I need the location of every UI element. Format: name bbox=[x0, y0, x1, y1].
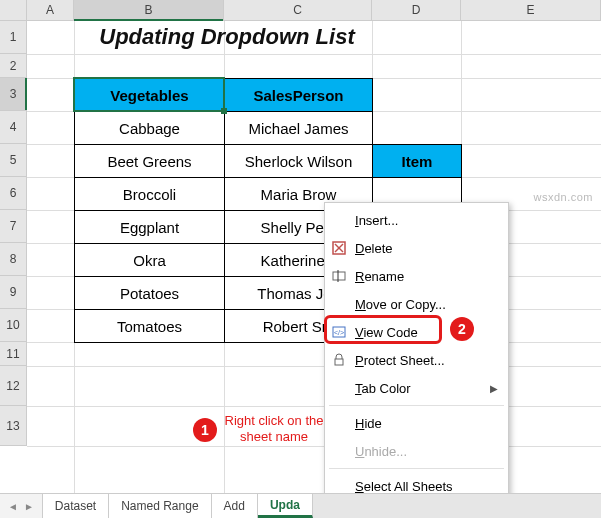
sheet-tab-add[interactable]: Add bbox=[212, 494, 258, 518]
veg-cell[interactable]: Tomatoes bbox=[75, 310, 225, 343]
step-1-text: Right click on the sheet name bbox=[219, 413, 329, 446]
view-code-icon: </> bbox=[331, 324, 347, 340]
menu-insert[interactable]: Insert... bbox=[325, 206, 508, 234]
nav-next-icon[interactable]: ► bbox=[22, 501, 36, 512]
page-title: Updating Dropdown List bbox=[82, 24, 372, 50]
svg-text:</>: </> bbox=[334, 329, 344, 336]
menu-rename[interactable]: Rename bbox=[325, 262, 508, 290]
row-header-2[interactable]: 2 bbox=[0, 54, 27, 78]
menu-delete[interactable]: Delete bbox=[325, 234, 508, 262]
step-1-badge: 1 bbox=[193, 418, 217, 442]
row-header-3[interactable]: 3 bbox=[0, 78, 27, 111]
select-all-corner[interactable] bbox=[0, 0, 27, 20]
worksheet-grid[interactable]: Updating Dropdown List Vegetables SalesP… bbox=[27, 21, 601, 493]
menu-move-copy[interactable]: Move or Copy... bbox=[325, 290, 508, 318]
menu-tab-color[interactable]: Tab Color▶ bbox=[325, 374, 508, 402]
sheet-context-menu: Insert... Delete Rename Move or Copy... … bbox=[324, 202, 509, 504]
row-header-9[interactable]: 9 bbox=[0, 276, 27, 309]
veg-cell[interactable]: Potatoes bbox=[75, 277, 225, 310]
col-header-D[interactable]: D bbox=[372, 0, 461, 20]
menu-view-code[interactable]: </> View Code bbox=[325, 318, 508, 346]
sales-cell[interactable]: Michael James bbox=[225, 112, 373, 145]
row-header-13[interactable]: 13 bbox=[0, 406, 27, 446]
menu-protect-sheet[interactable]: Protect Sheet... bbox=[325, 346, 508, 374]
sheet-tab-update[interactable]: Upda bbox=[258, 494, 313, 518]
col-header-E[interactable]: E bbox=[461, 0, 601, 20]
col-header-A[interactable]: A bbox=[27, 0, 74, 20]
rename-icon bbox=[331, 268, 347, 284]
veg-cell[interactable]: Cabbage bbox=[75, 112, 225, 145]
tab-empty-area bbox=[313, 494, 601, 518]
watermark: wsxdn.com bbox=[533, 191, 593, 203]
veg-header: Vegetables bbox=[75, 79, 225, 112]
menu-unhide: Unhide... bbox=[325, 437, 508, 465]
row-header-11[interactable]: 11 bbox=[0, 342, 27, 366]
sheet-tab-bar: ◄ ► Dataset Named Range Add Upda bbox=[0, 493, 601, 518]
row-header-6[interactable]: 6 bbox=[0, 177, 27, 210]
step-2-badge: 2 bbox=[450, 317, 474, 341]
sheet-tab-named-range[interactable]: Named Range bbox=[109, 494, 211, 518]
sales-header: SalesPerson bbox=[225, 79, 373, 112]
svg-rect-7 bbox=[335, 359, 343, 365]
svg-rect-3 bbox=[333, 272, 345, 280]
veg-cell[interactable]: Okra bbox=[75, 244, 225, 277]
delete-icon bbox=[331, 240, 347, 256]
column-header-row: A B C D E bbox=[0, 0, 601, 21]
row-header-12[interactable]: 12 bbox=[0, 366, 27, 406]
sheet-tab-dataset[interactable]: Dataset bbox=[43, 494, 109, 518]
veg-cell[interactable]: Beet Greens bbox=[75, 145, 225, 178]
menu-hide[interactable]: Hide bbox=[325, 409, 508, 437]
col-header-B[interactable]: B bbox=[74, 0, 224, 20]
sales-cell[interactable]: Sherlock Wilson bbox=[225, 145, 373, 178]
veg-cell[interactable]: Eggplant bbox=[75, 211, 225, 244]
row-header-7[interactable]: 7 bbox=[0, 210, 27, 243]
tab-nav[interactable]: ◄ ► bbox=[0, 494, 43, 518]
veg-cell[interactable]: Broccoli bbox=[75, 178, 225, 211]
protect-icon bbox=[331, 352, 347, 368]
row-header-4[interactable]: 4 bbox=[0, 111, 27, 144]
item-box: Item bbox=[372, 144, 462, 211]
row-headers: 1 2 3 4 5 6 7 8 9 10 11 12 13 bbox=[0, 21, 27, 493]
row-header-5[interactable]: 5 bbox=[0, 144, 27, 177]
row-header-1[interactable]: 1 bbox=[0, 21, 27, 54]
item-header: Item bbox=[373, 145, 462, 178]
nav-prev-icon[interactable]: ◄ bbox=[6, 501, 20, 512]
row-header-8[interactable]: 8 bbox=[0, 243, 27, 276]
menu-separator bbox=[329, 405, 504, 406]
col-header-C[interactable]: C bbox=[224, 0, 372, 20]
submenu-arrow-icon: ▶ bbox=[490, 383, 498, 394]
menu-separator bbox=[329, 468, 504, 469]
row-header-10[interactable]: 10 bbox=[0, 309, 27, 342]
